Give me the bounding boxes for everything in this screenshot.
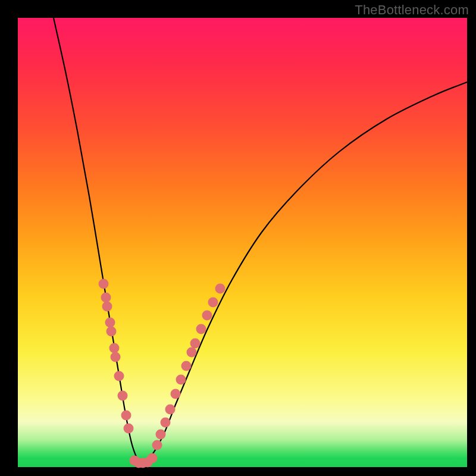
data-dot: [181, 361, 192, 371]
data-dot: [187, 347, 197, 358]
watermark-text: TheBottleneck.com: [355, 2, 469, 18]
data-dots: [99, 279, 226, 468]
plot-area: [18, 18, 467, 467]
data-dot: [114, 371, 124, 381]
data-dot: [152, 440, 162, 450]
data-dot: [171, 389, 181, 399]
data-dot: [107, 327, 117, 337]
data-dot: [109, 343, 120, 353]
chart-frame: TheBottleneck.com: [0, 0, 476, 476]
data-dot: [215, 284, 226, 294]
data-dot: [99, 279, 109, 289]
data-dot: [190, 339, 201, 349]
data-dot: [165, 405, 176, 415]
data-dot: [102, 302, 112, 312]
data-dot: [101, 293, 111, 303]
data-dot: [121, 411, 131, 421]
data-dot: [196, 324, 206, 334]
chart-svg: [18, 18, 467, 467]
data-dot: [161, 418, 171, 428]
data-dot: [105, 318, 115, 328]
data-dot: [111, 352, 121, 362]
data-dot: [176, 375, 186, 385]
data-dot: [156, 430, 166, 440]
data-dot: [202, 311, 212, 321]
v-curve-path: [54, 18, 467, 462]
data-dot: [148, 453, 158, 464]
data-dot: [124, 424, 134, 434]
data-dot: [118, 391, 128, 401]
data-dot: [208, 298, 218, 308]
